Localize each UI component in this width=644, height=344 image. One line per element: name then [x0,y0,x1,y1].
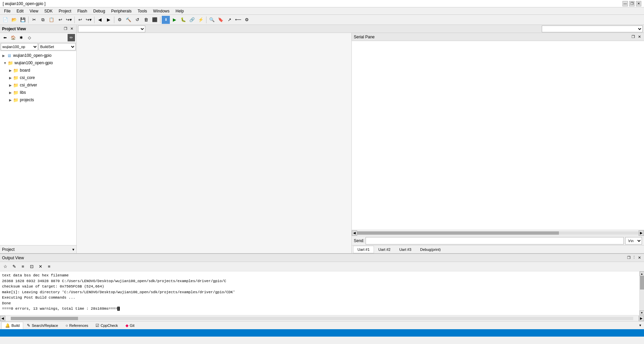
project-name-selector[interactable]: wujian100_op [1,43,38,50]
pt-target-icon[interactable]: ⬅ [1,34,9,41]
output-restore-btn[interactable]: ❐ [626,255,632,261]
tree-item-csi-core[interactable]: ▶ 📁 csi_core [0,74,76,81]
project-bottom-dropdown[interactable]: ▾ [72,247,74,252]
serial-scroll-right[interactable]: ▶ [639,230,644,236]
btab-build-label: Build [11,323,20,328]
output-scrollbar-track[interactable] [11,317,633,320]
btab-search[interactable]: ✎ Search/Replace [23,322,62,329]
btab-cppcheck[interactable]: ☑ CppCheck [92,322,121,329]
output-h-scrollbar[interactable]: ◀ ▶ [0,315,644,321]
tree-item-projects[interactable]: ▶ 📁 projects [0,96,76,104]
editor-left-dropdown[interactable] [78,26,145,32]
menu-sdk[interactable]: SDK [42,8,55,14]
toolbar-download[interactable]: ⬇ [162,16,170,24]
tree-item-board[interactable]: ▶ 📁 board [0,67,76,74]
main-layout: Project View ❐ ✕ ⬅ 🏠 ✱ ◇ ✏ wujian100_op [0,25,644,337]
pt-home-icon[interactable]: 🏠 [9,34,17,41]
btab-git[interactable]: ◆ Git [122,322,138,329]
menu-project[interactable]: Project [56,8,74,14]
output-scroll-right[interactable]: ▶ [639,316,644,321]
output-tb-copy[interactable]: ⊡ [28,263,36,271]
serial-scrollbar-track[interactable] [357,231,639,235]
toolbar-cut[interactable]: ✂ [30,16,38,24]
toolbar-stop[interactable]: ⬛ [151,16,159,24]
output-scroll-down[interactable]: ▼ [640,310,644,315]
serial-h-scrollbar[interactable]: ◀ ▶ [352,230,644,236]
project-panel-restore[interactable]: ❐ [63,26,68,32]
send-input[interactable] [366,237,624,244]
uart-tab-2[interactable]: Uart #2 [374,246,395,253]
toolbar-new[interactable]: 📄 [1,16,9,24]
btab-build[interactable]: 🔔 Build [1,322,23,329]
tree-item-root-project[interactable]: ▶ 🖥 wujian100_open-gpio [0,52,76,59]
output-scroll-track[interactable] [640,276,644,310]
output-tb-list[interactable]: ≡ [19,263,27,271]
toolbar-run[interactable]: ▶ [171,16,179,24]
output-tb-clear[interactable]: ✕ [36,263,44,271]
toolbar-build[interactable]: 🔨 [124,16,132,24]
toolbar-undo2[interactable]: ↩ [76,16,84,24]
toolbar-browser-back[interactable]: ⟵ [234,16,242,24]
tree-item-project-folder[interactable]: ▼ 📁 wujian100_open-gpio [0,59,76,67]
toolbar-undo[interactable]: ↩ [56,16,64,24]
toolbar-connect[interactable]: 🔗 [188,16,196,24]
output-scroll-thumb [640,276,644,290]
menu-flash[interactable]: Flash [75,8,90,14]
menu-windows[interactable]: Windows [150,8,172,14]
uart-tab-1[interactable]: Uart #1 [353,246,374,253]
project-bottom-tab[interactable]: Project ▾ [0,245,76,253]
uart-tab-debug[interactable]: Debug(print) [416,246,445,253]
toolbar-clean[interactable]: 🗑 [142,16,150,24]
send-ending-select[interactable]: \r\n [625,237,642,244]
output-scroll-left[interactable]: ◀ [0,316,5,321]
output-scroll-up[interactable]: ▲ [640,271,644,276]
toolbar-debug[interactable]: 🐛 [179,16,187,24]
toolbar-copy[interactable]: ⧉ [39,16,47,24]
buildset-selector[interactable]: BuildSet [39,43,76,50]
output-close-btn[interactable]: ✕ [637,255,642,261]
toolbar-redo-dropdown[interactable]: ↪▾ [65,16,73,24]
menu-peripherals[interactable]: Peripherals [109,8,135,14]
output-tb-pin[interactable]: ✎ [10,263,18,271]
pt-link-icon[interactable]: ✏ [68,34,75,41]
toolbar-redo2[interactable]: ↪▾ [85,16,93,24]
serial-scroll-left[interactable]: ◀ [352,230,357,236]
output-tb-menu[interactable]: ≡ [45,263,53,271]
bottom-tabs-dropdown[interactable]: ▾ [638,323,643,328]
toolbar-build-all[interactable]: ⚙ [116,16,124,24]
toolbar-extra[interactable]: ⚙ [243,16,251,24]
restore-button[interactable]: ❐ [629,1,635,6]
serial-panel-close[interactable]: ✕ [637,34,642,40]
tree-item-csi-driver[interactable]: ▶ 📁 csi_driver [0,81,76,89]
menu-debug[interactable]: Debug [90,8,108,14]
toolbar-open[interactable]: 📂 [10,16,18,24]
toolbar-paste[interactable]: 📋 [47,16,55,24]
menu-tools[interactable]: Tools [135,8,150,14]
output-line-5: Executing Post Build commands ... [2,295,637,301]
toolbar-save[interactable]: 💾 [19,16,27,24]
output-menu-btn[interactable]: ⋮ [632,255,636,261]
uart-tab-3[interactable]: Uart #3 [395,246,416,253]
menu-edit[interactable]: Edit [14,8,26,14]
menu-file[interactable]: File [1,8,13,14]
toolbar-rebuild[interactable]: ↺ [133,16,141,24]
menu-help[interactable]: Help [173,8,187,14]
toolbar-ref[interactable]: ↗ [225,16,233,24]
toolbar-search[interactable]: 🔍 [208,16,216,24]
toolbar-next[interactable]: ▶ [105,16,113,24]
menu-view[interactable]: View [27,8,41,14]
minimize-button[interactable]: — [622,1,628,6]
output-tb-star[interactable]: ☆ [1,263,9,271]
output-v-scrollbar[interactable]: ▲ ▼ [639,271,644,315]
btab-references[interactable]: ○ References [62,322,92,329]
serial-panel-restore[interactable]: ❐ [631,34,636,40]
editor-right-dropdown[interactable] [542,26,643,32]
tree-item-libs[interactable]: ▶ 📁 libs [0,89,76,96]
toolbar-prev[interactable]: ◀ [96,16,104,24]
toolbar-bookmark[interactable]: 🔖 [217,16,225,24]
pt-config-icon[interactable]: ✱ [17,34,25,41]
pt-filter-icon[interactable]: ◇ [26,34,33,41]
project-panel-close[interactable]: ✕ [69,26,74,32]
close-button[interactable]: ✕ [636,1,641,6]
toolbar-peripheral[interactable]: ⚡ [197,16,205,24]
